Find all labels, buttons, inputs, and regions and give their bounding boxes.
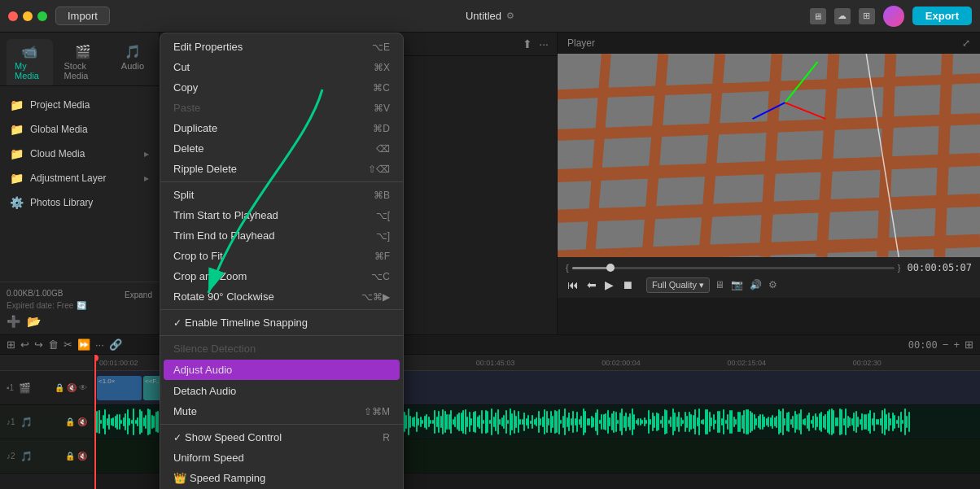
sidebar-item-adjustment-layer[interactable]: 📁 Adjustment Layer <box>0 166 159 190</box>
audio-icon: 🎵 <box>125 44 141 59</box>
speed-icon[interactable]: ⏩ <box>77 338 90 351</box>
menu-rotate[interactable]: Rotate 90° Clockwise ⌥⌘▶ <box>160 286 403 307</box>
stop-icon[interactable]: ⏹ <box>620 277 635 293</box>
menu-crop-to-fit[interactable]: Crop to Fit ⌘F <box>160 246 403 266</box>
more-tl-icon[interactable]: ··· <box>95 338 104 351</box>
track-visible-icon[interactable]: 👁 <box>79 383 87 392</box>
time-display: 00:00:05:07 <box>908 262 972 273</box>
menu-delete[interactable]: Delete ⌫ <box>160 138 403 159</box>
monitor-out-icon[interactable]: 🖥 <box>715 279 724 290</box>
filter-icon[interactable]: ⬆ <box>523 37 532 50</box>
menu-duplicate[interactable]: Duplicate ⌘D <box>160 118 403 138</box>
waveform-bar <box>532 415 533 430</box>
waveform-bar <box>849 417 851 426</box>
waveform-bar <box>645 420 647 424</box>
tl-zoom-out[interactable]: − <box>943 338 949 351</box>
export-button[interactable]: Export <box>912 7 972 25</box>
tl-settings[interactable]: ⊞ <box>965 338 973 351</box>
track-lock-icon[interactable]: 🔒 <box>55 383 64 392</box>
grid-icon[interactable]: ⊞ <box>859 8 875 24</box>
menu-copy[interactable]: Copy ⌘C <box>160 77 403 98</box>
menu-cut[interactable]: Cut ⌘X <box>160 57 403 77</box>
waveform-bar <box>495 413 497 431</box>
waveform-bar <box>108 414 110 430</box>
waveform-bar <box>511 413 513 431</box>
sidebar-item-photos-library[interactable]: ⚙️ Photos Library <box>0 190 159 215</box>
waveform-bar <box>137 417 138 427</box>
fullscreen-button[interactable] <box>37 11 47 21</box>
waveform-bar <box>593 417 594 427</box>
add-track-icon[interactable]: ⊞ <box>7 338 15 351</box>
waveform-bar <box>597 409 598 435</box>
sidebar-item-project-media[interactable]: 📁 Project Media <box>0 93 159 117</box>
timeline-slider[interactable] <box>572 267 895 269</box>
menu-edit-properties[interactable]: Edit Properties ⌥E <box>160 37 403 57</box>
tl-zoom-in[interactable]: + <box>953 338 960 351</box>
waveform-bar <box>861 413 863 430</box>
waveform-bar <box>804 418 806 426</box>
sidebar-tab-audio[interactable]: 🎵 Audio <box>113 39 152 85</box>
rewind-icon[interactable]: ⏮ <box>566 277 580 293</box>
waveform-bar <box>434 410 435 433</box>
monitor-icon[interactable]: 🖥 <box>810 8 826 24</box>
menu-trim-end[interactable]: Trim End to Playhead ⌥] <box>160 225 403 246</box>
add-media-icon[interactable]: ➕ <box>7 315 20 328</box>
snapshot-icon[interactable]: 📷 <box>731 279 743 290</box>
waveform-bar <box>650 419 651 426</box>
menu-trim-start[interactable]: Trim Start to Playhead ⌥[ <box>160 205 403 225</box>
sidebar-tab-stock-media[interactable]: 🎬 Stock Media <box>56 39 110 85</box>
waveform-bar <box>833 410 834 434</box>
delete-clip-icon[interactable]: 🗑 <box>48 338 59 351</box>
waveform-bar <box>116 414 118 430</box>
menu-ripple-delete[interactable]: Ripple Delete ⇧⌫ <box>160 159 403 179</box>
sidebar-tab-my-media[interactable]: 📹 My Media <box>7 39 53 85</box>
waveform-bar <box>564 408 566 436</box>
redo-icon[interactable]: ↪ <box>34 338 43 351</box>
timeline-progress <box>572 267 611 269</box>
waveform-bar <box>413 417 415 427</box>
import-button[interactable]: Import <box>55 7 110 25</box>
avatar[interactable] <box>883 6 904 27</box>
track-mute-icon[interactable]: 🔇 <box>67 383 77 392</box>
cut-icon[interactable]: ✂ <box>63 338 72 351</box>
folder-open-icon[interactable]: 📂 <box>27 315 41 328</box>
menu-split[interactable]: Split ⌘B <box>160 185 403 205</box>
quality-select[interactable]: Full Quality ▾ <box>646 277 710 293</box>
sidebar: 📹 My Media 🎬 Stock Media 🎵 Audio 📁 Proje… <box>0 33 160 334</box>
link-icon[interactable]: 🔗 <box>109 338 122 351</box>
bottom-section: ⊞ ↩ ↪ 🗑 ✂ ⏩ ··· 🔗 00:00 − + ⊞ ▪1 🎬 🔒 🔇 👁 <box>0 334 980 489</box>
close-button[interactable] <box>8 11 18 21</box>
waveform-bar <box>739 412 741 433</box>
more-options-icon[interactable]: ··· <box>539 37 549 50</box>
track-a1-lock-icon[interactable]: 🔒 <box>65 417 75 426</box>
volume-icon[interactable]: 🔊 <box>750 279 762 290</box>
waveform-bar <box>458 413 460 432</box>
refresh-icon[interactable]: 🔄 <box>77 301 86 310</box>
video-clip-1[interactable]: <1.0× <box>97 376 142 400</box>
waveform-bar <box>633 414 635 430</box>
track-a2-mute-icon[interactable]: 🔇 <box>77 452 87 461</box>
track-a1-mute-icon[interactable]: 🔇 <box>77 417 87 426</box>
sidebar-item-cloud-media[interactable]: 📁 Cloud Media <box>0 142 159 166</box>
menu-enable-snapping[interactable]: ✓ Enable Timeline Snapping <box>160 312 403 333</box>
waveform-bar <box>621 408 623 434</box>
waveform-bar <box>902 420 903 423</box>
player-expand-icon[interactable]: ⤢ <box>962 37 970 49</box>
waveform-bar <box>430 420 431 423</box>
step-back-icon[interactable]: ⬅ <box>585 277 598 293</box>
waveform-bar <box>572 411 574 433</box>
menu-crop-zoom[interactable]: Crop and Zoom ⌥C <box>160 266 403 286</box>
main-content: 📹 My Media 🎬 Stock Media 🎵 Audio 📁 Proje… <box>0 33 980 334</box>
sidebar-item-global-media[interactable]: 📁 Global Media <box>0 117 159 142</box>
play-icon[interactable]: ▶ <box>603 277 615 293</box>
expand-button[interactable]: Expand <box>125 290 152 299</box>
waveform-bar <box>727 414 728 430</box>
title-settings-icon[interactable]: ⚙ <box>506 11 514 21</box>
track-a2-lock-icon[interactable]: 🔒 <box>65 452 75 461</box>
minimize-button[interactable] <box>23 11 33 21</box>
waveform-bar <box>540 418 541 426</box>
undo-icon[interactable]: ↩ <box>20 338 29 351</box>
waveform-bar <box>418 418 419 426</box>
settings-icon[interactable]: ⚙ <box>768 279 777 290</box>
cloud-upload-icon[interactable]: ☁ <box>834 8 851 24</box>
